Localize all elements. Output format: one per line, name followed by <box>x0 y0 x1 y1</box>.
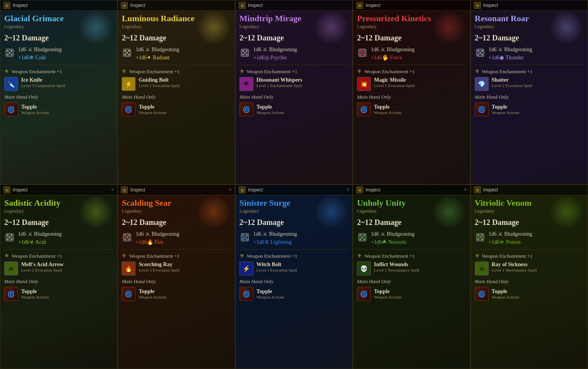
topple-info-vitriolic-venom: Topple Weapon Actions <box>492 288 519 299</box>
weapon-name-glacial-grimace: Glacial Grimace <box>4 14 113 23</box>
weapon-rarity-mindtrip-mirage: Legendary <box>240 24 348 30</box>
card-vitriolic-venom: ⊞ Inspect Vitriolic Venom Legendary 2~12… <box>471 184 588 369</box>
damage-row-pressurized-kinetics: 1d6 ⚔ Bludgeoning +1d6🖐 Force <box>357 45 466 62</box>
weapon-name-unholy-unity: Unholy Unity <box>357 198 466 208</box>
svg-point-5 <box>7 54 8 55</box>
topple-sub-mindtrip-mirage: Weapon Actions <box>256 110 284 115</box>
dice-icon-pressurized-kinetics <box>357 47 368 60</box>
card-mindtrip-mirage: ⊞ Inspect Mindtrip Mirage Legendary 2~12… <box>235 0 353 184</box>
main-hand-pressurized-kinetics: Main Hand Only <box>357 94 466 100</box>
dice-icon-sinister-surge <box>240 232 250 244</box>
enchant-header-unholy-unity: ⚜ Weapon Enchantment +1 <box>357 253 466 259</box>
topple-sub-luminous-radiance: Weapon Actions <box>139 110 166 115</box>
topple-sub-scalding-sear: Weapon Actions <box>139 295 166 299</box>
card-header-scalding-sear[interactable]: ⊞ Inspect × <box>118 185 235 195</box>
topple-row-scalding-sear: 🌀 Topple Weapon Actions <box>122 287 231 301</box>
dice-icon-luminous-radiance <box>122 47 132 60</box>
svg-point-34 <box>481 50 483 52</box>
weapon-rarity-vitriolic-venom: Legendary <box>475 208 584 214</box>
close-button-sadistic-acidity[interactable]: × <box>111 187 114 193</box>
card-header-unholy-unity[interactable]: ⊞ Inspect × <box>353 185 470 195</box>
damage-heading-mindtrip-mirage: 2~12 Damage <box>240 34 348 42</box>
svg-point-48 <box>128 235 130 236</box>
svg-point-40 <box>7 238 8 240</box>
spell-level-luminous-radiance: Level 1 Evocation Spell <box>139 83 179 88</box>
svg-point-17 <box>246 54 248 55</box>
topple-name-luminous-radiance: Topple <box>139 104 166 110</box>
main-hand-glacial-grimace: Main Hand Only <box>4 94 113 100</box>
spell-level-glacial-grimace: Level 3 Conjuration Spell <box>21 83 65 88</box>
damage-text-luminous-radiance: 1d6 ⚔ Bludgeoning +1d6✦ Radiant <box>136 45 179 62</box>
close-button-scalding-sear[interactable]: × <box>229 187 232 193</box>
topple-name-sadistic-acidity: Topple <box>21 288 49 295</box>
svg-point-44 <box>124 235 126 236</box>
svg-point-61 <box>360 238 361 240</box>
inspect-icon-scalding-sear: ⊞ <box>121 186 128 193</box>
card-header-sadistic-acidity[interactable]: ⊞ Inspect × <box>0 185 117 195</box>
spell-row-pressurized-kinetics: 💥 Magic Missile Level 1 Evocation Spell <box>357 77 466 91</box>
card-header-resonant-roar[interactable]: ⊞ Inspect <box>471 0 588 11</box>
svg-point-2 <box>7 50 8 52</box>
topple-row-vitriolic-venom: 🌀 Topple Weapon Actions <box>475 287 584 301</box>
topple-name-glacial-grimace: Topple <box>21 104 49 110</box>
svg-point-52 <box>246 238 248 240</box>
inspect-icon-sadistic-acidity: ⊞ <box>3 186 10 193</box>
topple-info-mindtrip-mirage: Topple Weapon Actions <box>256 104 284 115</box>
card-glacial-grimace: ⊞ Inspect Glacial Grimace Legendary 2~12… <box>0 0 117 184</box>
spell-info-scalding-sear: Scorching Ray Level 3 Evocation Spell <box>139 262 179 272</box>
card-resonant-roar: ⊞ Inspect Resonant Roar Legendary 2~12 D… <box>471 0 588 184</box>
topple-name-unholy-unity: Topple <box>374 288 402 295</box>
card-header-sinister-surge[interactable]: ⊞ Inspect × <box>236 185 352 195</box>
inspect-label-sinister-surge: Inspect <box>248 187 263 193</box>
spell-row-vitriolic-venom: ☠ Ray of Sickness Level 1 Necromancy Spe… <box>475 262 584 275</box>
weapon-name-vitriolic-venom: Vitriolic Venom <box>475 198 584 208</box>
svg-point-25 <box>362 52 363 54</box>
svg-point-60 <box>362 236 363 238</box>
svg-point-6 <box>11 50 12 52</box>
spell-level-pressurized-kinetics: Level 1 Evocation Spell <box>374 83 415 88</box>
topple-name-scalding-sear: Topple <box>139 288 166 295</box>
damage-text-pressurized-kinetics: 1d6 ⚔ Bludgeoning +1d6🖐 Force <box>371 45 414 62</box>
enchant-label-resonant-roar: Weapon Enchantment +1 <box>482 69 533 75</box>
weapon-rarity-resonant-roar: Legendary <box>475 24 584 30</box>
svg-point-51 <box>242 235 244 236</box>
weapon-rarity-sadistic-acidity: Legendary <box>4 208 113 214</box>
svg-point-20 <box>246 50 248 52</box>
card-header-pressurized-kinetics[interactable]: ⊞ Inspect <box>353 0 470 11</box>
damage-heading-scalding-sear: 2~12 Damage <box>122 218 231 227</box>
card-header-glacial-grimace[interactable]: ⊞ Inspect <box>0 0 117 11</box>
card-header-luminous-radiance[interactable]: ⊞ Inspect <box>118 0 235 11</box>
svg-point-27 <box>364 50 365 52</box>
topple-row-mindtrip-mirage: 🌀 Topple Weapon Actions <box>240 102 348 116</box>
svg-point-16 <box>242 50 244 52</box>
main-hand-mindtrip-mirage: Main Hand Only <box>240 94 348 100</box>
damage-row-mindtrip-mirage: 1d6 ⚔ Bludgeoning +1d6◎ Psychic <box>240 45 348 62</box>
damage-heading-sinister-surge: 2~12 Damage <box>240 218 348 227</box>
card-header-mindtrip-mirage[interactable]: ⊞ Inspect <box>236 0 352 11</box>
topple-row-unholy-unity: 🌀 Topple Weapon Actions <box>357 287 466 301</box>
dice-icon-sadistic-acidity <box>4 232 15 244</box>
topple-name-pressurized-kinetics: Topple <box>374 104 402 110</box>
topple-row-resonant-roar: 🌀 Topple Weapon Actions <box>475 102 584 116</box>
svg-point-45 <box>128 238 130 240</box>
close-button-unholy-unity[interactable]: × <box>464 187 467 193</box>
svg-point-18 <box>244 52 246 54</box>
damage-heading-glacial-grimace: 2~12 Damage <box>4 34 113 42</box>
svg-point-37 <box>7 235 8 236</box>
card-unholy-unity: ⊞ Inspect × Unholy Unity Legendary 2~12 … <box>353 184 470 369</box>
dice-icon-mindtrip-mirage <box>240 47 250 60</box>
svg-point-33 <box>477 54 479 55</box>
damage-row-glacial-grimace: 1d6 ⚔ Bludgeoning +1d6❄ Cold <box>4 45 113 62</box>
card-header-vitriolic-venom[interactable]: ⊞ Inspect <box>471 185 588 195</box>
damage-heading-sadistic-acidity: 2~12 Damage <box>4 218 113 227</box>
damage-heading-unholy-unity: 2~12 Damage <box>357 218 466 227</box>
svg-point-47 <box>124 238 126 240</box>
enchant-header-luminous-radiance: ⚜ Weapon Enchantment +1 <box>122 68 231 75</box>
inspect-icon-unholy-unity: ⊞ <box>356 186 363 193</box>
close-button-sinister-surge[interactable]: × <box>346 187 349 193</box>
topple-row-pressurized-kinetics: 🌀 Topple Weapon Actions <box>357 102 466 116</box>
enchant-header-glacial-grimace: ⚜ Weapon Enchantment +1 <box>4 68 113 75</box>
damage-row-resonant-roar: 1d6 ⚔ Bludgeoning +1d6◉ Thunder <box>475 45 584 62</box>
weapon-name-scalding-sear: Scalding Sear <box>122 198 231 208</box>
inspect-icon-glacial-grimace: ⊞ <box>3 2 10 9</box>
